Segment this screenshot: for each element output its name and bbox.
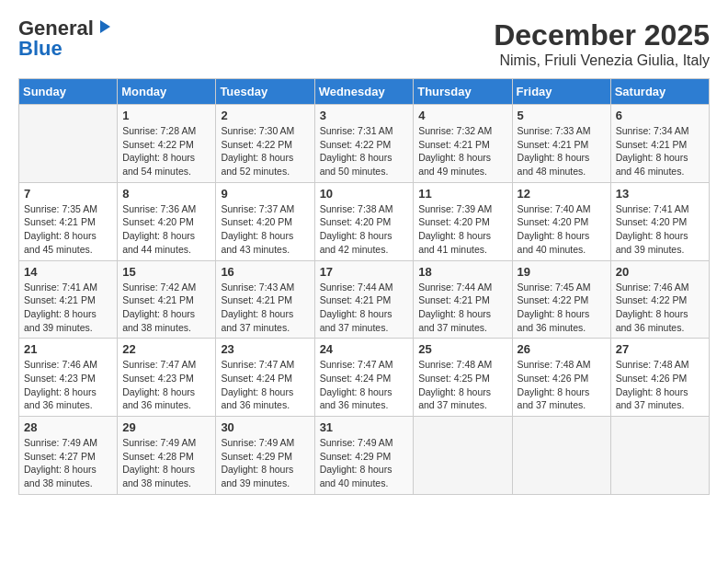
calendar-cell: 29Sunrise: 7:49 AMSunset: 4:28 PMDayligh… bbox=[118, 417, 216, 495]
calendar-cell: 13Sunrise: 7:41 AMSunset: 4:20 PMDayligh… bbox=[610, 182, 709, 260]
calendar-cell: 21Sunrise: 7:46 AMSunset: 4:23 PMDayligh… bbox=[19, 339, 118, 417]
calendar-cell: 4Sunrise: 7:32 AMSunset: 4:21 PMDaylight… bbox=[414, 105, 512, 183]
day-info: Sunrise: 7:48 AMSunset: 4:26 PMDaylight:… bbox=[616, 358, 704, 412]
calendar-cell: 26Sunrise: 7:48 AMSunset: 4:26 PMDayligh… bbox=[512, 339, 610, 417]
day-info: Sunrise: 7:39 AMSunset: 4:20 PMDaylight:… bbox=[418, 202, 506, 257]
calendar-cell: 10Sunrise: 7:38 AMSunset: 4:20 PMDayligh… bbox=[314, 182, 414, 260]
calendar-cell: 12Sunrise: 7:40 AMSunset: 4:20 PMDayligh… bbox=[512, 182, 610, 260]
day-info: Sunrise: 7:42 AMSunset: 4:21 PMDaylight:… bbox=[122, 281, 210, 335]
day-info: Sunrise: 7:35 AMSunset: 4:21 PMDaylight:… bbox=[24, 202, 112, 257]
calendar-cell: 30Sunrise: 7:49 AMSunset: 4:29 PMDayligh… bbox=[216, 417, 314, 495]
day-info: Sunrise: 7:34 AMSunset: 4:21 PMDaylight:… bbox=[616, 124, 704, 178]
calendar-cell: 31Sunrise: 7:49 AMSunset: 4:29 PMDayligh… bbox=[314, 417, 414, 495]
day-info: Sunrise: 7:41 AMSunset: 4:21 PMDaylight:… bbox=[24, 281, 112, 335]
logo-general-text: General bbox=[18, 18, 94, 39]
header-tuesday: Tuesday bbox=[216, 79, 314, 105]
calendar-cell: 5Sunrise: 7:33 AMSunset: 4:21 PMDaylight… bbox=[512, 105, 610, 183]
day-info: Sunrise: 7:46 AMSunset: 4:22 PMDaylight:… bbox=[616, 281, 704, 335]
day-info: Sunrise: 7:48 AMSunset: 4:25 PMDaylight:… bbox=[418, 358, 506, 412]
calendar-week-row: 21Sunrise: 7:46 AMSunset: 4:23 PMDayligh… bbox=[19, 339, 710, 417]
day-info: Sunrise: 7:43 AMSunset: 4:21 PMDaylight:… bbox=[221, 281, 309, 335]
day-info: Sunrise: 7:45 AMSunset: 4:22 PMDaylight:… bbox=[518, 281, 606, 335]
header-thursday: Thursday bbox=[414, 79, 512, 105]
day-info: Sunrise: 7:49 AMSunset: 4:28 PMDaylight:… bbox=[122, 436, 210, 490]
day-info: Sunrise: 7:49 AMSunset: 4:29 PMDaylight:… bbox=[320, 436, 409, 490]
calendar-cell: 23Sunrise: 7:47 AMSunset: 4:24 PMDayligh… bbox=[216, 339, 314, 417]
day-number: 18 bbox=[418, 265, 506, 279]
header-saturday: Saturday bbox=[610, 79, 709, 105]
calendar-cell: 18Sunrise: 7:44 AMSunset: 4:21 PMDayligh… bbox=[414, 260, 512, 339]
day-info: Sunrise: 7:46 AMSunset: 4:23 PMDaylight:… bbox=[24, 358, 112, 412]
day-info: Sunrise: 7:40 AMSunset: 4:20 PMDaylight:… bbox=[518, 202, 606, 257]
calendar-cell: 28Sunrise: 7:49 AMSunset: 4:27 PMDayligh… bbox=[19, 417, 118, 495]
day-number: 15 bbox=[122, 265, 210, 279]
day-number: 10 bbox=[320, 187, 409, 201]
calendar-cell: 16Sunrise: 7:43 AMSunset: 4:21 PMDayligh… bbox=[216, 260, 314, 339]
calendar-cell: 19Sunrise: 7:45 AMSunset: 4:22 PMDayligh… bbox=[512, 260, 610, 339]
day-number: 21 bbox=[24, 342, 112, 356]
calendar-cell: 7Sunrise: 7:35 AMSunset: 4:21 PMDaylight… bbox=[19, 182, 118, 260]
calendar-cell: 27Sunrise: 7:48 AMSunset: 4:26 PMDayligh… bbox=[610, 339, 709, 417]
header-monday: Monday bbox=[118, 79, 216, 105]
calendar-header-row: SundayMondayTuesdayWednesdayThursdayFrid… bbox=[19, 79, 710, 105]
day-number: 26 bbox=[518, 342, 606, 356]
calendar-cell bbox=[512, 417, 610, 495]
day-number: 9 bbox=[221, 187, 309, 201]
calendar-cell: 6Sunrise: 7:34 AMSunset: 4:21 PMDaylight… bbox=[610, 105, 709, 183]
day-info: Sunrise: 7:36 AMSunset: 4:20 PMDaylight:… bbox=[122, 202, 210, 257]
day-number: 14 bbox=[24, 265, 112, 279]
day-number: 20 bbox=[616, 265, 704, 279]
day-number: 29 bbox=[122, 420, 210, 434]
day-info: Sunrise: 7:41 AMSunset: 4:20 PMDaylight:… bbox=[616, 202, 704, 257]
day-number: 7 bbox=[24, 187, 112, 201]
calendar-week-row: 14Sunrise: 7:41 AMSunset: 4:21 PMDayligh… bbox=[19, 260, 710, 339]
calendar-cell: 2Sunrise: 7:30 AMSunset: 4:22 PMDaylight… bbox=[216, 105, 314, 183]
day-number: 22 bbox=[122, 342, 210, 356]
day-number: 13 bbox=[616, 187, 704, 201]
day-number: 6 bbox=[616, 109, 704, 122]
calendar-title: December 2025 bbox=[494, 18, 710, 52]
calendar-week-row: 28Sunrise: 7:49 AMSunset: 4:27 PMDayligh… bbox=[19, 417, 710, 495]
day-info: Sunrise: 7:33 AMSunset: 4:21 PMDaylight:… bbox=[518, 124, 606, 178]
calendar-cell bbox=[19, 105, 118, 183]
day-number: 30 bbox=[221, 420, 309, 434]
day-number: 12 bbox=[518, 187, 606, 201]
day-number: 23 bbox=[221, 342, 309, 356]
calendar-cell: 9Sunrise: 7:37 AMSunset: 4:20 PMDaylight… bbox=[216, 182, 314, 260]
svg-marker-0 bbox=[100, 20, 110, 33]
day-number: 28 bbox=[24, 420, 112, 434]
day-number: 16 bbox=[221, 265, 309, 279]
calendar-cell bbox=[414, 417, 512, 495]
header: General Blue December 2025 Nimis, Friuli… bbox=[18, 18, 710, 69]
calendar-cell: 22Sunrise: 7:47 AMSunset: 4:23 PMDayligh… bbox=[118, 339, 216, 417]
day-info: Sunrise: 7:38 AMSunset: 4:20 PMDaylight:… bbox=[320, 202, 409, 257]
day-number: 31 bbox=[320, 420, 409, 434]
day-number: 19 bbox=[518, 265, 606, 279]
calendar-cell: 17Sunrise: 7:44 AMSunset: 4:21 PMDayligh… bbox=[314, 260, 414, 339]
calendar-cell: 3Sunrise: 7:31 AMSunset: 4:22 PMDaylight… bbox=[314, 105, 414, 183]
day-info: Sunrise: 7:49 AMSunset: 4:27 PMDaylight:… bbox=[24, 436, 112, 490]
logo-blue-text: Blue bbox=[18, 39, 63, 59]
day-number: 2 bbox=[221, 109, 309, 122]
day-info: Sunrise: 7:32 AMSunset: 4:21 PMDaylight:… bbox=[418, 124, 506, 178]
day-number: 24 bbox=[320, 342, 409, 356]
logo-triangle-icon bbox=[96, 18, 112, 35]
calendar-cell: 8Sunrise: 7:36 AMSunset: 4:20 PMDaylight… bbox=[118, 182, 216, 260]
logo: General Blue bbox=[18, 18, 112, 59]
day-info: Sunrise: 7:44 AMSunset: 4:21 PMDaylight:… bbox=[320, 281, 409, 335]
calendar-week-row: 7Sunrise: 7:35 AMSunset: 4:21 PMDaylight… bbox=[19, 182, 710, 260]
title-area: December 2025 Nimis, Friuli Venezia Giul… bbox=[494, 18, 710, 69]
day-number: 17 bbox=[320, 265, 409, 279]
calendar-table: SundayMondayTuesdayWednesdayThursdayFrid… bbox=[18, 78, 710, 495]
day-number: 11 bbox=[418, 187, 506, 201]
header-sunday: Sunday bbox=[19, 79, 118, 105]
calendar-cell: 24Sunrise: 7:47 AMSunset: 4:24 PMDayligh… bbox=[314, 339, 414, 417]
day-number: 3 bbox=[320, 109, 409, 122]
day-info: Sunrise: 7:47 AMSunset: 4:24 PMDaylight:… bbox=[320, 358, 409, 412]
day-info: Sunrise: 7:47 AMSunset: 4:23 PMDaylight:… bbox=[122, 358, 210, 412]
day-number: 25 bbox=[418, 342, 506, 356]
day-number: 27 bbox=[616, 342, 704, 356]
calendar-cell: 25Sunrise: 7:48 AMSunset: 4:25 PMDayligh… bbox=[414, 339, 512, 417]
calendar-cell: 1Sunrise: 7:28 AMSunset: 4:22 PMDaylight… bbox=[118, 105, 216, 183]
day-info: Sunrise: 7:49 AMSunset: 4:29 PMDaylight:… bbox=[221, 436, 309, 490]
